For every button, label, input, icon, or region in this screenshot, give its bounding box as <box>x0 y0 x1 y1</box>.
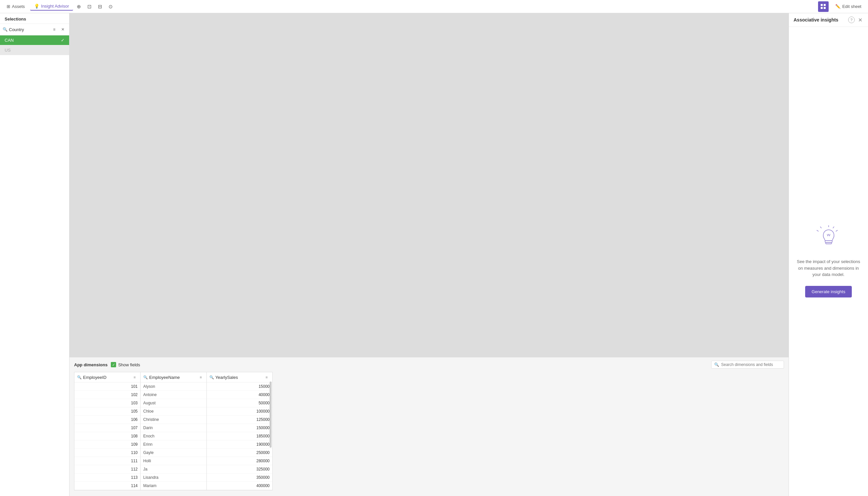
filter-item-can[interactable]: CAN ✓ <box>0 35 69 45</box>
settings-btn[interactable]: ⊙ <box>106 2 115 11</box>
table-row[interactable]: 250000 <box>207 449 272 457</box>
dimensions-header: App dimensions ✓ Show fields 🔍 <box>74 361 784 369</box>
table-row[interactable]: Erinn <box>141 440 206 449</box>
dim-search-icon: 🔍 <box>714 362 719 367</box>
table-row[interactable]: 150000 <box>207 424 272 432</box>
table-row[interactable]: 113 <box>75 474 140 482</box>
insights-body: See the impact of your selections on mea… <box>789 27 868 496</box>
table-row[interactable]: Holli <box>141 457 206 465</box>
table-row[interactable]: 15000 <box>207 383 272 391</box>
show-fields-checkbox[interactable]: ✓ <box>111 362 116 367</box>
assets-icon: ⊞ <box>6 4 10 9</box>
table-row[interactable]: 50000 <box>207 399 272 407</box>
insights-header: Associative insights ? ✕ <box>789 13 868 27</box>
dim-table-employeeid-header: 🔍 EmployeeID ≡ <box>75 372 140 383</box>
table-row[interactable]: Mariam <box>141 482 206 490</box>
dim-search-icon-2: 🔍 <box>143 375 148 379</box>
dim-table-employeeid-title: EmployeeID <box>83 375 130 380</box>
filter-title: Country <box>9 27 49 32</box>
svg-line-7 <box>820 227 821 228</box>
dim-search-icon-3: 🔍 <box>209 375 214 379</box>
employeeid-rows: 101102103105106107108109110111112113114 <box>75 383 140 490</box>
dim-table-employeename-title: EmployeeName <box>149 375 196 380</box>
table-row[interactable]: 105 <box>75 407 140 416</box>
dimensions-area: App dimensions ✓ Show fields 🔍 🔍 Employe… <box>69 357 789 496</box>
dim-table-employeename-menu[interactable]: ≡ <box>198 374 204 380</box>
dim-table-yearlysales-title: YearlySales <box>215 375 262 380</box>
table-row[interactable]: 112 <box>75 465 140 474</box>
dim-search[interactable]: 🔍 <box>711 361 784 369</box>
show-fields-label: Show fields <box>118 362 140 367</box>
table-row[interactable]: 280000 <box>207 457 272 465</box>
table-row[interactable]: Gayle <box>141 449 206 457</box>
svg-line-6 <box>836 230 837 231</box>
dim-table-employeename: 🔍 EmployeeName ≡ AlysonAntoineAugustChlo… <box>140 372 206 490</box>
insight-advisor-icon: 💡 <box>34 4 40 9</box>
svg-rect-10 <box>826 243 832 244</box>
left-panel: Selections 🔍 Country ≡ ✕ CAN ✓ US <box>0 13 69 496</box>
table-row[interactable]: Lisandra <box>141 474 206 482</box>
filter-header: 🔍 Country ≡ ✕ <box>0 24 69 35</box>
table-row[interactable]: Enoch <box>141 432 206 440</box>
table-row[interactable]: 106 <box>75 416 140 424</box>
edit-icon: ✏️ <box>835 4 840 9</box>
table-row[interactable]: 109 <box>75 440 140 449</box>
svg-line-8 <box>817 230 818 231</box>
table-row[interactable]: 110 <box>75 449 140 457</box>
insights-description: See the impact of your selections on mea… <box>795 259 862 278</box>
svg-rect-2 <box>821 7 823 9</box>
table-row[interactable]: 400000 <box>207 482 272 490</box>
table-row[interactable]: 125000 <box>207 416 272 424</box>
dim-table-employeename-header: 🔍 EmployeeName ≡ <box>141 372 206 383</box>
table-row[interactable]: August <box>141 399 206 407</box>
scrollbar[interactable] <box>270 382 272 448</box>
canvas-area <box>69 13 789 357</box>
table-row[interactable]: 108 <box>75 432 140 440</box>
check-icon: ✓ <box>61 38 64 43</box>
dim-search-icon-1: 🔍 <box>77 375 82 379</box>
table-row[interactable]: 40000 <box>207 391 272 399</box>
zoom-in-btn[interactable]: ⊕ <box>75 2 84 11</box>
table-row[interactable]: 325000 <box>207 465 272 474</box>
filter-item-us[interactable]: US <box>0 45 69 55</box>
svg-line-5 <box>833 227 834 228</box>
topbar-right: ✏️ Edit sheet <box>818 1 865 12</box>
zoom-fit-btn[interactable]: ⊡ <box>85 2 94 11</box>
edit-sheet-btn[interactable]: ✏️ Edit sheet <box>831 2 865 11</box>
insights-help-btn[interactable]: ? <box>848 17 855 23</box>
grid-view-btn[interactable] <box>818 1 828 12</box>
table-row[interactable]: 107 <box>75 424 140 432</box>
table-row[interactable]: 114 <box>75 482 140 490</box>
table-row[interactable]: 190000 <box>207 440 272 449</box>
table-row[interactable]: Ja <box>141 465 206 474</box>
selections-header: Selections <box>0 13 69 24</box>
tab-assets[interactable]: ⊞ Assets <box>3 3 29 10</box>
generate-insights-btn[interactable]: Generate insights <box>805 286 852 297</box>
table-row[interactable]: 185000 <box>207 432 272 440</box>
dim-search-input[interactable] <box>721 362 781 367</box>
filter-clear-btn[interactable]: ✕ <box>59 26 66 33</box>
svg-rect-3 <box>824 7 826 9</box>
dim-table-yearlysales-menu[interactable]: ≡ <box>264 374 270 380</box>
table-row[interactable]: Alyson <box>141 383 206 391</box>
filter-list-btn[interactable]: ≡ <box>51 26 58 33</box>
show-fields-toggle[interactable]: ✓ Show fields <box>111 362 140 367</box>
table-row[interactable]: Darin <box>141 424 206 432</box>
tab-insight-advisor[interactable]: 💡 Insight Advisor <box>30 2 73 11</box>
filter-pane: 🔍 Country ≡ ✕ CAN ✓ US <box>0 24 69 496</box>
zoom-out-btn[interactable]: ⊟ <box>96 2 105 11</box>
table-row[interactable]: 103 <box>75 399 140 407</box>
svg-rect-1 <box>824 4 826 6</box>
table-row[interactable]: 111 <box>75 457 140 465</box>
table-row[interactable]: 100000 <box>207 407 272 416</box>
table-row[interactable]: Chloe <box>141 407 206 416</box>
table-row[interactable]: 350000 <box>207 474 272 482</box>
insights-close-btn[interactable]: ✕ <box>857 17 863 23</box>
dim-table-employeeid-menu[interactable]: ≡ <box>132 374 138 380</box>
main-layout: Selections 🔍 Country ≡ ✕ CAN ✓ US App di… <box>0 13 868 496</box>
table-row[interactable]: 102 <box>75 391 140 399</box>
yearlysales-rows: 1500040000500001000001250001500001850001… <box>207 383 272 490</box>
table-row[interactable]: Antoine <box>141 391 206 399</box>
table-row[interactable]: Christine <box>141 416 206 424</box>
table-row[interactable]: 101 <box>75 383 140 391</box>
